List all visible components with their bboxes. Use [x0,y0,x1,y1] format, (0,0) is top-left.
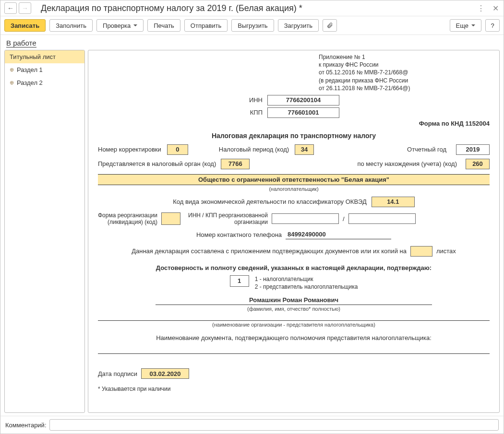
corr-field[interactable]: 0 [167,144,188,155]
tree-item-section1[interactable]: ⊕ Раздел 1 [5,63,84,76]
period-label: Налоговый период (код) [219,146,289,153]
corr-label: Номер корректировки [98,146,161,153]
window-title: Декларация по транспортному налогу за 20… [41,3,302,13]
save-button[interactable]: Записать [4,19,46,32]
print-button[interactable]: Печать [147,19,180,32]
comment-row: Комментарий: [0,416,504,434]
document-title: Налоговая декларация по транспортному на… [98,132,490,140]
import-button[interactable]: Загрузить [278,19,319,32]
tree-label: Титульный лист [10,53,56,60]
knd-label: Форма по КНД 1152004 [419,120,490,127]
place-label: по месту нахождения (учета) (код) [357,160,457,167]
more-button[interactable]: Еще [450,19,481,32]
expand-icon: ⊕ [10,80,14,86]
rep-doc-label: Наименование документа, подтверждающего … [98,334,490,341]
pages-text2: листах [436,247,456,255]
nav-back-button[interactable]: ← [4,2,17,14]
paperclip-icon [326,22,333,29]
kebab-menu-icon[interactable]: ⋮ [477,4,485,12]
slash: / [343,215,345,223]
signer-name-field[interactable]: Ромашкин Роман Романович [156,295,432,305]
phone-field[interactable]: 84992490000 [286,231,391,239]
phone-label: Номер контактного телефона [196,231,282,238]
tree-label: Раздел 2 [17,79,43,86]
reorg-inn-label-l2: организации [188,219,268,225]
kpp-field[interactable]: 776601001 [267,107,339,118]
reorg-inn-label-l1: ИНН / КПП реорганизованной [188,212,268,219]
okved-label: Код вида экономической деятельности по к… [173,198,367,205]
confirmer-legend: 1 - налогоплательщик 2 - представитель н… [255,275,358,291]
organ-label: Представляется в налоговый орган (код) [98,160,216,167]
fill-button[interactable]: Заполнить [49,19,93,32]
titlebar: ← → Декларация по транспортному налогу з… [0,0,504,16]
period-field[interactable]: 34 [295,144,314,155]
reorg-form-label-l1: Форма реорганизации [98,212,157,219]
document-pane[interactable]: Приложение № 1 к приказу ФНС России от 0… [88,50,500,413]
taxpayer-caption: (налогоплательщик) [98,186,490,192]
close-icon[interactable]: ✕ [491,4,500,12]
organ-field[interactable]: 7766 [221,159,250,169]
confirm-title: Достоверность и полноту сведений, указан… [98,264,490,271]
year-label: Отчетный год [407,146,446,153]
tree-label: Раздел 1 [17,66,43,73]
expand-icon: ⊕ [10,67,14,73]
inn-field[interactable]: 7766200104 [267,95,339,106]
rep-doc-field[interactable] [98,343,490,354]
tree-item-title-page[interactable]: Титульный лист [5,50,84,63]
toolbar: Записать Заполнить Проверка Печать Отпра… [0,16,504,35]
rep-org-caption: (наименование организации - представител… [98,322,490,328]
place-field[interactable]: 260 [466,159,490,169]
sign-date-label: Дата подписи [98,370,137,377]
check-button[interactable]: Проверка [96,19,144,32]
signer-name-caption: (фамилия, имя, отчество* полностью) [98,306,490,312]
comment-input[interactable] [49,419,499,431]
export-button[interactable]: Выгрузить [231,19,274,32]
confirmer-type-field[interactable]: 1 [230,275,249,287]
reorg-form-field[interactable] [161,212,180,225]
okved-field[interactable]: 14.1 [372,197,415,207]
reorg-form-label-l2: (ликвидация) (код) [98,219,157,225]
help-button[interactable]: ? [485,19,500,32]
nav-forward-button[interactable]: → [19,2,31,14]
reorg-inn-field[interactable] [272,213,339,224]
appendix-block: Приложение № 1 к приказу ФНС России от 0… [319,53,490,92]
send-button[interactable]: Отправить [184,19,228,32]
sign-date-field[interactable]: 03.02.2020 [141,368,189,379]
pages-text1: Данная декларация составлена с приложени… [132,247,407,255]
tree-item-section2[interactable]: ⊕ Раздел 2 [5,76,84,89]
kpp-label: КПП [147,109,263,116]
year-field[interactable]: 2019 [456,144,490,155]
inn-label: ИНН [147,96,263,104]
section-tree: Титульный лист ⊕ Раздел 1 ⊕ Раздел 2 [4,50,85,413]
attach-button[interactable] [323,19,337,32]
status-link[interactable]: В работе [6,39,36,47]
pages-count-field[interactable] [410,246,432,257]
reorg-kpp-field[interactable] [348,213,416,224]
footnote: * Указывается при наличии [98,386,490,392]
comment-label: Комментарий: [5,422,47,429]
taxpayer-name-field[interactable]: Общество с ограниченной ответственностью… [98,174,490,185]
